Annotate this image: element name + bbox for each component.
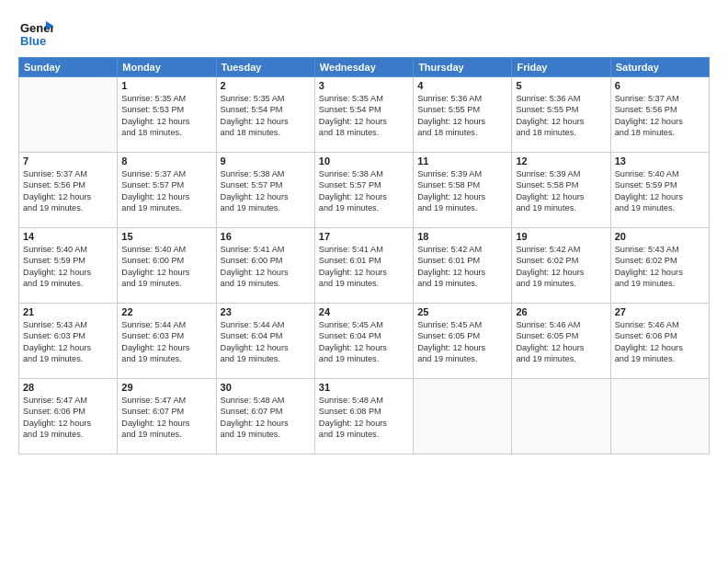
day-info: Sunrise: 5:36 AMSunset: 5:55 PMDaylight:… [516,93,606,139]
day-info: Sunrise: 5:44 AMSunset: 6:04 PMDaylight:… [221,319,311,365]
day-number: 11 [417,155,507,167]
day-number: 5 [516,80,606,91]
col-header-monday: Monday [118,58,216,77]
logo: General Blue [18,17,53,52]
day-cell: 18Sunrise: 5:42 AMSunset: 6:01 PMDayligh… [414,228,512,304]
day-number: 23 [221,306,311,317]
day-number: 27 [615,306,705,317]
header: General Blue [18,17,710,52]
day-cell: 11Sunrise: 5:39 AMSunset: 5:58 PMDayligh… [414,153,512,228]
day-number: 26 [516,306,606,317]
day-info: Sunrise: 5:38 AMSunset: 5:57 PMDaylight:… [319,168,409,214]
day-number: 20 [615,231,705,242]
day-number: 13 [615,155,705,167]
col-header-sunday: Sunday [19,58,118,77]
day-number: 6 [615,80,705,91]
day-cell: 9Sunrise: 5:38 AMSunset: 5:57 PMDaylight… [216,153,314,228]
day-cell [19,77,118,153]
day-cell: 25Sunrise: 5:45 AMSunset: 6:05 PMDayligh… [414,304,512,379]
col-header-wednesday: Wednesday [314,58,413,77]
day-cell: 22Sunrise: 5:44 AMSunset: 6:03 PMDayligh… [118,304,216,379]
day-cell: 15Sunrise: 5:40 AMSunset: 6:00 PMDayligh… [118,228,216,304]
day-info: Sunrise: 5:38 AMSunset: 5:57 PMDaylight:… [221,168,311,214]
week-row-3: 14Sunrise: 5:40 AMSunset: 5:59 PMDayligh… [19,228,710,304]
day-info: Sunrise: 5:41 AMSunset: 6:00 PMDaylight:… [221,244,311,290]
day-cell: 31Sunrise: 5:48 AMSunset: 6:08 PMDayligh… [314,379,413,454]
day-number: 7 [23,155,113,167]
day-number: 16 [221,231,311,242]
day-cell: 2Sunrise: 5:35 AMSunset: 5:54 PMDaylight… [216,77,314,153]
day-number: 30 [221,382,311,393]
day-cell: 5Sunrise: 5:36 AMSunset: 5:55 PMDaylight… [512,77,610,153]
day-number: 21 [23,306,113,317]
day-number: 9 [221,155,311,167]
day-number: 8 [121,155,211,167]
day-number: 14 [23,231,113,242]
day-cell: 21Sunrise: 5:43 AMSunset: 6:03 PMDayligh… [19,304,118,379]
day-number: 25 [417,306,507,317]
day-number: 2 [221,80,311,91]
day-number: 31 [319,382,409,393]
day-number: 15 [121,231,211,242]
day-number: 28 [23,382,113,393]
day-cell: 26Sunrise: 5:46 AMSunset: 6:05 PMDayligh… [512,304,610,379]
day-cell: 13Sunrise: 5:40 AMSunset: 5:59 PMDayligh… [610,153,709,228]
day-number: 18 [417,231,507,242]
day-info: Sunrise: 5:35 AMSunset: 5:53 PMDaylight:… [121,93,211,139]
col-header-saturday: Saturday [610,58,709,77]
day-number: 24 [319,306,409,317]
week-row-2: 7Sunrise: 5:37 AMSunset: 5:56 PMDaylight… [19,153,710,228]
day-info: Sunrise: 5:45 AMSunset: 6:04 PMDaylight:… [319,319,409,365]
day-cell: 6Sunrise: 5:37 AMSunset: 5:56 PMDaylight… [610,77,709,153]
day-cell: 3Sunrise: 5:35 AMSunset: 5:54 PMDaylight… [314,77,413,153]
day-cell [610,379,709,454]
day-info: Sunrise: 5:37 AMSunset: 5:56 PMDaylight:… [615,93,705,139]
col-header-friday: Friday [512,58,610,77]
day-cell: 1Sunrise: 5:35 AMSunset: 5:53 PMDaylight… [118,77,216,153]
week-row-5: 28Sunrise: 5:47 AMSunset: 6:06 PMDayligh… [19,379,710,454]
page: General Blue SundayMondayTuesdayWednesda… [0,0,728,563]
day-info: Sunrise: 5:35 AMSunset: 5:54 PMDaylight:… [221,93,311,139]
day-number: 1 [121,80,211,91]
day-cell: 28Sunrise: 5:47 AMSunset: 6:06 PMDayligh… [19,379,118,454]
day-cell: 23Sunrise: 5:44 AMSunset: 6:04 PMDayligh… [216,304,314,379]
svg-text:Blue: Blue [20,34,46,48]
day-cell: 24Sunrise: 5:45 AMSunset: 6:04 PMDayligh… [314,304,413,379]
day-info: Sunrise: 5:37 AMSunset: 5:57 PMDaylight:… [121,168,211,214]
day-number: 3 [319,80,409,91]
day-cell: 8Sunrise: 5:37 AMSunset: 5:57 PMDaylight… [118,153,216,228]
day-info: Sunrise: 5:35 AMSunset: 5:54 PMDaylight:… [319,93,409,139]
day-number: 12 [516,155,606,167]
day-number: 29 [121,382,211,393]
day-number: 19 [516,231,606,242]
day-info: Sunrise: 5:40 AMSunset: 5:59 PMDaylight:… [615,168,705,214]
day-info: Sunrise: 5:47 AMSunset: 6:07 PMDaylight:… [121,395,211,441]
day-cell: 10Sunrise: 5:38 AMSunset: 5:57 PMDayligh… [314,153,413,228]
day-cell: 14Sunrise: 5:40 AMSunset: 5:59 PMDayligh… [19,228,118,304]
day-cell: 29Sunrise: 5:47 AMSunset: 6:07 PMDayligh… [118,379,216,454]
day-info: Sunrise: 5:42 AMSunset: 6:01 PMDaylight:… [417,244,507,290]
day-number: 4 [417,80,507,91]
day-number: 10 [319,155,409,167]
day-cell: 12Sunrise: 5:39 AMSunset: 5:58 PMDayligh… [512,153,610,228]
calendar-table: SundayMondayTuesdayWednesdayThursdayFrid… [18,57,710,454]
day-info: Sunrise: 5:41 AMSunset: 6:01 PMDaylight:… [319,244,409,290]
day-cell [414,379,512,454]
day-info: Sunrise: 5:43 AMSunset: 6:02 PMDaylight:… [615,244,705,290]
day-info: Sunrise: 5:46 AMSunset: 6:06 PMDaylight:… [615,319,705,365]
day-info: Sunrise: 5:44 AMSunset: 6:03 PMDaylight:… [121,319,211,365]
day-cell [512,379,610,454]
col-header-tuesday: Tuesday [216,58,314,77]
day-info: Sunrise: 5:45 AMSunset: 6:05 PMDaylight:… [417,319,507,365]
day-info: Sunrise: 5:37 AMSunset: 5:56 PMDaylight:… [23,168,113,214]
day-info: Sunrise: 5:48 AMSunset: 6:07 PMDaylight:… [221,395,311,441]
day-info: Sunrise: 5:40 AMSunset: 5:59 PMDaylight:… [23,244,113,290]
day-info: Sunrise: 5:46 AMSunset: 6:05 PMDaylight:… [516,319,606,365]
day-cell: 20Sunrise: 5:43 AMSunset: 6:02 PMDayligh… [610,228,709,304]
logo-svg: General Blue [18,17,53,52]
week-row-1: 1Sunrise: 5:35 AMSunset: 5:53 PMDaylight… [19,77,710,153]
day-info: Sunrise: 5:47 AMSunset: 6:06 PMDaylight:… [23,395,113,441]
day-info: Sunrise: 5:43 AMSunset: 6:03 PMDaylight:… [23,319,113,365]
day-cell: 16Sunrise: 5:41 AMSunset: 6:00 PMDayligh… [216,228,314,304]
day-info: Sunrise: 5:36 AMSunset: 5:55 PMDaylight:… [417,93,507,139]
